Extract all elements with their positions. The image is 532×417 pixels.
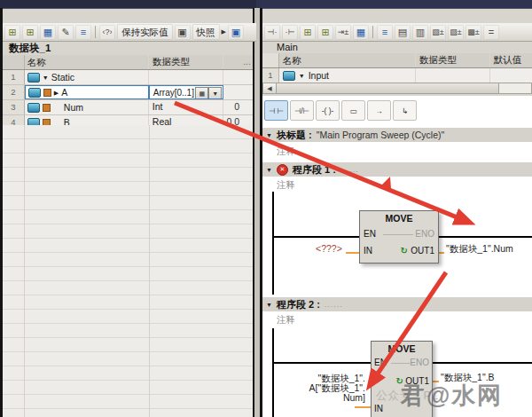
close-branch-icon[interactable]: ↳ <box>393 100 417 121</box>
block-title-value[interactable]: "Main Program Sweep (Cycle)" <box>317 130 445 140</box>
block-title-label: 块标题 : <box>277 129 312 142</box>
move-block-title: MOVE <box>372 342 432 354</box>
header-type-col[interactable]: 数据类型 <box>416 53 490 67</box>
block-name-label: Main <box>277 42 298 52</box>
tia-portal-screenshot: ⊞ ⊞ ▦ ✎ ≡ ‹?› 保持实际值 ▣ 快照 ▶ ▣ 数据块_1 名称 数据… <box>0 0 532 417</box>
nc-contact-icon[interactable]: ⊣/⊢ <box>290 100 314 121</box>
section-name: Input <box>309 69 329 83</box>
toolbar-separator <box>372 26 373 38</box>
coil-icon[interactable]: -( )- <box>316 100 340 121</box>
open-branch-icon[interactable]: → <box>367 100 391 121</box>
in-pin[interactable]: IN <box>364 246 372 256</box>
insert-block-icon[interactable]: ⊞ <box>317 25 333 40</box>
no-contact-icon[interactable]: ⊣ ⊢ <box>264 100 288 121</box>
favorites-view-icon[interactable]: ▥ <box>412 25 428 40</box>
network-2-label: 程序段 2 : <box>277 298 320 311</box>
header-num-col <box>262 53 279 67</box>
insert-network-icon[interactable]: ⊞ <box>300 25 316 40</box>
collapse-icon[interactable]: ▼ <box>299 69 305 83</box>
table-row-input[interactable]: 1 ▼ Input <box>262 68 532 83</box>
in-pin[interactable]: IN <box>374 404 383 413</box>
en-pin[interactable]: EN <box>374 358 387 367</box>
cell-type[interactable] <box>416 68 490 83</box>
compare-icon[interactable]: = <box>483 25 499 40</box>
watermark-large: 君@水网 <box>401 380 503 412</box>
interface-table: 名称 数据类型 默认值 1 ▼ Input <box>262 53 532 83</box>
network-1-header[interactable]: ▼ ✕ 程序段 1 : ...... <box>262 162 532 177</box>
out1-pin[interactable]: OUT1 <box>411 246 434 256</box>
scroll-left-button[interactable]: ◀ <box>263 83 277 93</box>
error-icon: ✕ <box>277 164 288 176</box>
network-2-header[interactable]: ▼ 程序段 2 : ...... <box>262 297 532 311</box>
rename-icon[interactable]: ▦ <box>353 25 369 40</box>
network-2-comment[interactable]: 注释 <box>277 314 295 327</box>
in-operand-array[interactable]: "数据块_1". A["数据块_1". Num] <box>262 374 365 403</box>
operand-line: Num] <box>262 393 365 403</box>
eno-pin[interactable]: ENO <box>415 229 434 239</box>
empty-box-icon[interactable]: ▭ <box>341 100 365 121</box>
in-wire <box>346 252 359 254</box>
block-title-band[interactable]: ▼ 块标题 : "Main Program Sweep (Cycle)" <box>262 128 532 142</box>
tag-icon <box>283 71 295 81</box>
en-eno-line <box>383 234 413 235</box>
network-title-placeholder[interactable]: ...... <box>325 300 343 309</box>
expand-all-networks-icon[interactable]: ≡ <box>377 25 393 40</box>
power-rail <box>272 192 274 295</box>
out-operand[interactable]: "数据块_1".Num <box>446 243 513 256</box>
collapse-icon[interactable]: ▼ <box>266 132 272 138</box>
update-icon: ↻ <box>401 246 408 256</box>
toggle-addresses-icon[interactable]: ▩± <box>466 25 481 40</box>
network-1-label: 程序段 1 : <box>293 163 336 177</box>
eno-pin[interactable]: ENO <box>410 358 429 367</box>
scrollbar-thumb[interactable] <box>277 83 499 93</box>
collapse-icon[interactable]: ▼ <box>266 167 272 173</box>
open-branch-icon[interactable]: ▧± <box>430 25 446 40</box>
header-name-col[interactable]: 名称 <box>279 53 416 67</box>
close-branch-icon[interactable]: ▨± <box>448 25 464 40</box>
lad-canvas: ⊣ ⊢ ⊣/⊢ -( )- ▭ → ↳ ▼ 块标题 : "Main Progra… <box>262 96 532 417</box>
favorites-bar: ⊣ ⊢ ⊣/⊢ -( )- ▭ → ↳ <box>264 100 417 121</box>
row-number: 1 <box>262 68 279 83</box>
table-header-row: 名称 数据类型 默认值 <box>262 53 532 68</box>
move-block-title: MOVE <box>360 211 438 224</box>
network-title-placeholder[interactable]: ...... <box>340 165 359 174</box>
goto-prev-error-icon[interactable]: ⊣· <box>264 25 280 40</box>
horizontal-scrollbar[interactable]: ◀ <box>262 83 532 94</box>
cell-name[interactable]: ▼ Input <box>279 68 416 83</box>
in-operand-placeholder[interactable]: <???> <box>316 243 342 254</box>
power-rail <box>272 328 274 417</box>
network-1-comment[interactable]: 注释 <box>277 179 295 192</box>
goto-next-error-icon[interactable]: ·⊢ <box>282 25 298 40</box>
insert-row-icon[interactable]: ⇥± <box>335 25 351 40</box>
collapse-all-networks-icon[interactable]: ▤ <box>395 25 411 40</box>
en-eno-line <box>391 363 412 364</box>
header-default-col[interactable]: 默认值 <box>490 53 532 67</box>
lad-toolbar: ⊣· ·⊢ ⊞ ⊞ ⇥± ▦ ≡ ▤ ▥ ▧± ▨± ▩± = <box>262 23 532 42</box>
collapse-icon[interactable]: ▼ <box>266 302 272 308</box>
block-comment[interactable]: 注释 <box>277 146 295 158</box>
move-block-1[interactable]: MOVE EN ENO IN ↻ OUT1 <box>359 210 439 264</box>
in-wire <box>355 406 371 408</box>
en-pin[interactable]: EN <box>364 229 376 239</box>
cell-default <box>490 68 532 83</box>
lad-editor-panel: ⊣· ·⊢ ⊞ ⊞ ⇥± ▦ ≡ ▤ ▥ ▧± ▨± ▩± = Main 名称 … <box>0 0 532 417</box>
